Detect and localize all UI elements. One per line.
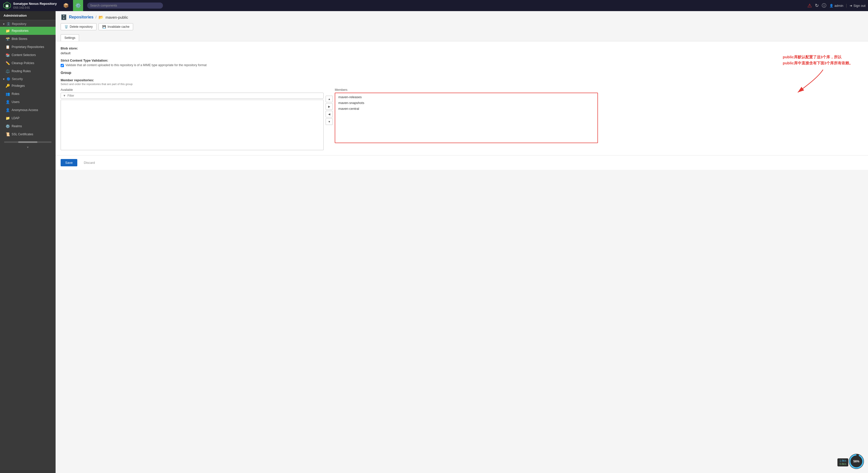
sidebar-group-security[interactable]: ▼ 🔵 Security <box>0 75 56 82</box>
member-item-2[interactable]: maven-central <box>336 106 596 111</box>
roles-icon: 👥 <box>5 92 9 96</box>
topbar-right: ⚠ ↻ ⓘ 👤 admin ➜ Sign out <box>807 2 866 8</box>
breadcrumb-separator: / <box>95 15 96 19</box>
perf-percent: 56% <box>854 460 860 463</box>
filter-wrapper: ▼ <box>61 93 323 99</box>
sidebar: Administration ▼ 🗄️ Repository 📁 Reposit… <box>0 11 56 473</box>
svg-point-3 <box>6 5 8 7</box>
discard-button[interactable]: Discard <box>79 159 99 166</box>
alert-icon[interactable]: ⚠ <box>807 2 812 8</box>
sidebar-item-cleanup-policies[interactable]: ✏️ Cleanup Policies <box>0 59 56 67</box>
blob-store-label: Blob store: <box>61 46 863 50</box>
breadcrumb-current: maven-public <box>105 15 128 20</box>
tabs-bar: Settings <box>56 33 868 41</box>
app-title: Sonatype Nexus Repository OSS 3.62.0-01 <box>13 2 57 9</box>
routing-icon: ⚖️ <box>5 69 9 73</box>
breadcrumb-root-link[interactable]: Repositories <box>69 15 93 20</box>
tab-settings[interactable]: Settings <box>61 34 79 41</box>
breadcrumb-folder-icon: 📂 <box>98 15 103 20</box>
blob-store-value: default <box>61 51 863 55</box>
sidebar-item-users[interactable]: 👤 Users <box>0 98 56 106</box>
sidebar-header: Administration <box>0 11 56 20</box>
available-label: Available <box>61 88 323 92</box>
form-area: Blob store: default Strict Content Type … <box>56 41 868 155</box>
move-left-button[interactable]: ◀ <box>326 111 333 117</box>
privileges-icon: 🔑 <box>5 84 9 88</box>
topbar: Sonatype Nexus Repository OSS 3.62.0-01 … <box>0 0 868 11</box>
signout-label: Sign out <box>854 4 866 7</box>
proprietary-icon: 📋 <box>5 45 9 49</box>
strict-content-checkbox[interactable] <box>61 64 64 67</box>
search-input[interactable] <box>87 2 163 8</box>
move-up-button[interactable]: ▲ <box>326 96 333 102</box>
move-down-button[interactable]: ▼ <box>326 119 333 125</box>
upload-rate: 1.9k/s <box>839 460 846 462</box>
refresh-icon[interactable]: ↻ <box>815 3 819 8</box>
group-icon: 🗄️ <box>6 22 10 26</box>
download-rate: 0.8k/s <box>839 463 846 466</box>
strict-content-hint: Validate that all content uploaded to th… <box>65 63 207 67</box>
perf-rates: 1.9k/s 0.8k/s <box>837 459 848 467</box>
sidebar-scroll-arrow[interactable]: ▼ <box>0 145 56 150</box>
members-box[interactable]: maven-releasesmaven-snapshotsmaven-centr… <box>335 93 598 143</box>
sidebar-item-anonymous-access[interactable]: 👤 Anonymous Access <box>0 106 56 114</box>
repo-icon: 🗄️ <box>61 14 67 20</box>
security-group-icon: 🔵 <box>6 77 10 81</box>
member-repos-label: Member repositories: <box>61 78 863 82</box>
group-title: Group <box>61 71 863 75</box>
members-panel: Members maven-releasesmaven-snapshotsmav… <box>335 88 598 143</box>
form-footer: Save Discard <box>56 155 868 170</box>
sidebar-item-realms[interactable]: ⚙️ Realms <box>0 122 56 130</box>
available-panel: Available ▼ <box>61 88 323 150</box>
arrow-buttons: ▲ ▶ ◀ ▼ <box>326 88 333 125</box>
move-right-button[interactable]: ▶ <box>326 103 333 110</box>
sidebar-scrollbar[interactable] <box>4 141 52 143</box>
help-icon[interactable]: ⓘ <box>822 2 826 8</box>
member-repos-hint: Select and order the repositories that a… <box>61 82 863 86</box>
app-logo: Sonatype Nexus Repository OSS 3.62.0-01 <box>2 1 57 10</box>
delete-repository-button[interactable]: 🗑️ Delete repository <box>61 23 96 30</box>
sidebar-item-blob-stores[interactable]: 🗃️ Blob Stores <box>0 35 56 43</box>
sidebar-item-proprietary-repositories[interactable]: 📋 Proprietary Repositories <box>0 43 56 51</box>
user-icon: 👤 <box>829 4 833 7</box>
sidebar-item-repositories[interactable]: 📁 Repositories <box>0 27 56 35</box>
chevron-down-icon: ▼ <box>2 23 5 26</box>
blob-stores-icon: 🗃️ <box>5 37 9 41</box>
ldap-icon: 📁 <box>5 116 9 120</box>
users-icon: 👤 <box>5 100 9 104</box>
breadcrumb: 🗄️ Repositories / 📂 maven-public <box>56 11 868 22</box>
strict-content-row: Validate that all content uploaded to th… <box>61 63 863 67</box>
invalidate-cache-button[interactable]: 💾 Invalidate cache <box>98 23 133 30</box>
strict-content-label: Strict Content Type Validation: <box>61 59 863 62</box>
member-repos-section: Member repositories: Select and order th… <box>61 78 863 150</box>
realms-icon: ⚙️ <box>5 124 9 128</box>
cache-icon: 💾 <box>102 25 106 29</box>
available-list[interactable] <box>61 100 323 150</box>
content-area: 🗄️ Repositories / 📂 maven-public 🗑️ Dele… <box>56 11 868 473</box>
signout-icon: ➜ <box>849 4 852 7</box>
member-item-1[interactable]: maven-snapshots <box>336 100 596 106</box>
save-button[interactable]: Save <box>61 159 77 166</box>
admin-icon[interactable]: ⚙️ <box>73 0 83 11</box>
action-bar: 🗑️ Delete repository 💾 Invalidate cache <box>56 22 868 33</box>
search-bar[interactable] <box>87 2 163 8</box>
user-menu[interactable]: 👤 admin <box>829 4 843 7</box>
sidebar-item-privileges[interactable]: 🔑 Privileges <box>0 82 56 90</box>
trash-icon: 🗑️ <box>64 25 68 29</box>
sidebar-item-roles[interactable]: 👥 Roles <box>0 90 56 98</box>
content-selectors-icon: 📚 <box>5 53 9 57</box>
username-label: admin <box>834 4 843 7</box>
repos-row: Available ▼ ▲ ▶ ◀ ▼ <box>61 88 863 150</box>
sidebar-group-repository[interactable]: ▼ 🗄️ Repository <box>0 20 56 27</box>
repositories-icon: 📁 <box>5 29 9 33</box>
sidebar-item-content-selectors[interactable]: 📚 Content Selectors <box>0 51 56 59</box>
signout-button[interactable]: ➜ Sign out <box>846 4 866 7</box>
browse-icon[interactable]: 📦 <box>61 0 71 11</box>
member-item-0[interactable]: maven-releases <box>336 94 596 100</box>
sidebar-item-routing-rules[interactable]: ⚖️ Routing Rules <box>0 67 56 75</box>
perf-widget[interactable]: 56% <box>849 454 864 469</box>
ssl-icon: 📜 <box>5 132 9 136</box>
filter-input[interactable] <box>67 94 321 97</box>
sidebar-item-ldap[interactable]: 📁 LDAP <box>0 114 56 122</box>
sidebar-item-ssl-certificates[interactable]: 📜 SSL Certificates <box>0 130 56 138</box>
